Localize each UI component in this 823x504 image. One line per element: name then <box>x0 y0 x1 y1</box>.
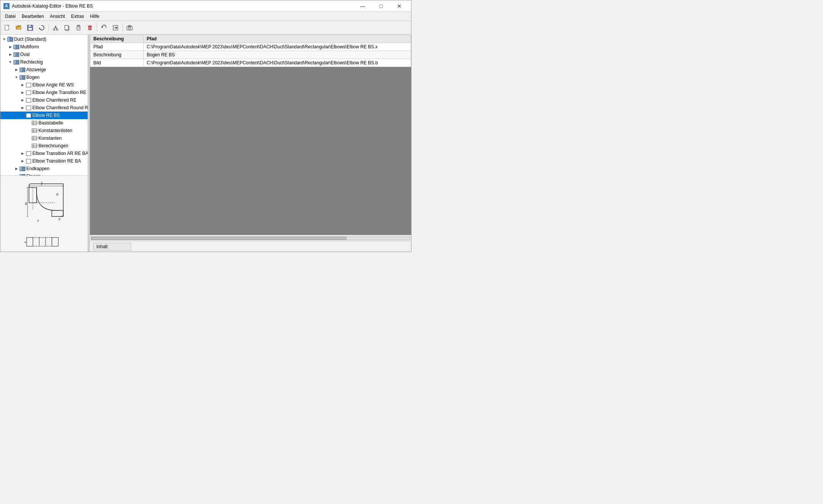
toolbar-save[interactable] <box>25 22 35 33</box>
toolbar-paste[interactable] <box>73 22 84 33</box>
elbow-round-toggle[interactable]: ▶ <box>19 105 26 111</box>
svg-text:b: b <box>25 201 27 206</box>
h-scrollbar[interactable] <box>90 235 411 241</box>
tree-endkappen[interactable]: ▶ Endkappen <box>0 165 88 172</box>
root-toggle[interactable]: ▼ <box>1 36 7 42</box>
tree-elbow-angle-transition[interactable]: ▶ Elbow Angle Transition RE WA <box>0 89 88 96</box>
endkappen-toggle[interactable]: ▶ <box>13 166 19 172</box>
rechteckig-label: Rechteckig <box>20 59 43 65</box>
svg-rect-47 <box>26 98 31 102</box>
elbow-wa-icon <box>26 89 32 96</box>
prop-key-pfad: Pfad <box>90 43 144 51</box>
konstanten-label: Konstanten <box>38 136 62 141</box>
svg-rect-46 <box>26 91 31 95</box>
properties-table: Beschreibung Pfad Pfad C:\ProgramData\Au… <box>90 35 411 67</box>
h-scrollbar-track[interactable] <box>91 236 410 240</box>
elbow-bs-icon <box>26 112 32 118</box>
window-controls: — □ ✕ <box>354 0 408 12</box>
multiform-icon <box>13 44 19 50</box>
elbow-wa-toggle[interactable]: ▶ <box>19 89 26 96</box>
bogen-label: Bogen <box>26 75 40 80</box>
elbow-re-label: Elbow Transition RE BA <box>32 158 81 164</box>
elbow-ws-toggle[interactable]: ▶ <box>19 82 26 88</box>
tree-konstantenlisten[interactable]: ▶ Konstantenlisten <box>0 127 88 134</box>
main-window: A Autodesk-Katalog-Editor - Elbow RE BS … <box>0 0 412 252</box>
tree-elbow-angle-re-ws[interactable]: ▶ Elbow Angle RE WS <box>0 81 88 89</box>
menu-datei[interactable]: Datei <box>2 13 19 20</box>
menu-bearbeiten[interactable]: Bearbeiten <box>19 13 47 20</box>
maximize-button[interactable]: □ <box>372 0 390 12</box>
toolbar-open[interactable] <box>13 22 24 33</box>
h-scrollbar-thumb[interactable] <box>91 237 346 240</box>
berechnungen-label: Berechnungen <box>38 143 68 148</box>
toolbar-refresh[interactable] <box>36 22 47 33</box>
toolbar-cut[interactable] <box>50 22 61 33</box>
svg-line-11 <box>54 27 56 29</box>
svg-rect-35 <box>14 45 19 49</box>
bogen-toggle[interactable]: ▼ <box>13 74 19 80</box>
multiform-toggle[interactable]: ▶ <box>7 44 13 50</box>
tree-oval[interactable]: ▶ Oval <box>0 51 88 58</box>
tree-elbow-chamfered-round[interactable]: ▶ Elbow Chamfered Round RE <box>0 104 88 112</box>
menu-extras[interactable]: Extras <box>68 13 87 20</box>
tree-basistabelle[interactable]: ▶ Basistabelle <box>0 119 88 127</box>
svg-rect-37 <box>14 53 19 57</box>
tree-multiform[interactable]: ▶ Multiform <box>0 43 88 51</box>
toolbar-camera[interactable] <box>124 22 135 33</box>
svg-rect-54 <box>37 122 38 124</box>
tree-rechteckig[interactable]: ▼ Rechteckig <box>0 58 88 66</box>
svg-marker-28 <box>116 27 117 29</box>
toolbar-undo[interactable] <box>99 22 109 33</box>
close-button[interactable]: ✕ <box>391 0 408 12</box>
svg-rect-6 <box>29 25 31 27</box>
tree-abzweige[interactable]: ▶ Abzweige <box>0 66 88 73</box>
basistabelle-label: Basistabelle <box>38 120 63 126</box>
content-area <box>90 67 411 235</box>
svg-rect-107 <box>52 238 58 246</box>
prop-key-bild: Bild <box>90 59 144 67</box>
tree-elbow-chamfered-re[interactable]: ▶ Elbow Chamfered RE <box>0 96 88 104</box>
bogen-icon <box>19 74 26 80</box>
status-label: Inhalt <box>93 243 131 250</box>
tree-root[interactable]: ▼ Duct (Standard) <box>0 35 88 43</box>
abzweige-toggle[interactable]: ▶ <box>13 67 19 73</box>
tree-konstanten[interactable]: ▶ Konstanten <box>0 134 88 142</box>
toolbar-delete[interactable] <box>85 22 95 33</box>
minimize-button[interactable]: — <box>354 0 371 12</box>
toolbar-copy[interactable] <box>62 22 72 33</box>
tree-elbow-re-bs[interactable]: ▼ Elbow RE BS <box>0 112 88 119</box>
elbow-bs-toggle[interactable]: ▼ <box>19 112 26 118</box>
toolbar-export[interactable] <box>110 22 121 33</box>
tree-elbow-transition-re[interactable]: ▶ Elbow Transition RE BA <box>0 157 88 165</box>
svg-rect-65 <box>32 144 37 148</box>
tree-elbow-transition-ar[interactable]: ▶ Elbow Transition AR RE BA <box>0 150 88 157</box>
elbow-ar-toggle[interactable]: ▶ <box>19 150 26 156</box>
svg-rect-39 <box>14 60 19 64</box>
tree-etagen[interactable]: ▶ Etagen <box>0 172 88 175</box>
elbow-chamfered-toggle[interactable]: ▶ <box>19 97 26 103</box>
svg-rect-32 <box>8 37 13 41</box>
menu-ansicht[interactable]: Ansicht <box>47 13 68 20</box>
oval-icon <box>13 51 19 57</box>
tree-berechnungen[interactable]: ▶ Berechnungen <box>0 142 88 150</box>
svg-rect-64 <box>37 137 38 139</box>
elbow-re-icon <box>26 158 32 164</box>
toolbar-new[interactable] <box>2 22 13 33</box>
svg-rect-48 <box>26 106 31 110</box>
konstanten-icon <box>32 135 38 141</box>
svg-text:r: r <box>37 219 39 223</box>
elbow-ws-icon <box>26 82 32 88</box>
oval-toggle[interactable]: ▶ <box>7 51 13 57</box>
prop-value-beschreibung: Bogen RE BS <box>144 51 411 59</box>
svg-rect-45 <box>26 83 31 87</box>
elbow-ws-label: Elbow Angle RE WS <box>32 82 74 88</box>
tree-container[interactable]: ▼ Duct (Standard) ▶ Multiform ▶ <box>0 35 88 175</box>
tree-bogen[interactable]: ▼ Bogen <box>0 73 88 81</box>
elbow-re-toggle[interactable]: ▶ <box>19 158 26 164</box>
abzweige-label: Abzweige <box>26 67 46 72</box>
svg-rect-49 <box>26 113 31 118</box>
svg-rect-20 <box>89 26 91 30</box>
menu-hilfe[interactable]: Hilfe <box>87 13 102 20</box>
svg-rect-50 <box>32 121 37 125</box>
rechteckig-toggle[interactable]: ▼ <box>7 59 13 65</box>
